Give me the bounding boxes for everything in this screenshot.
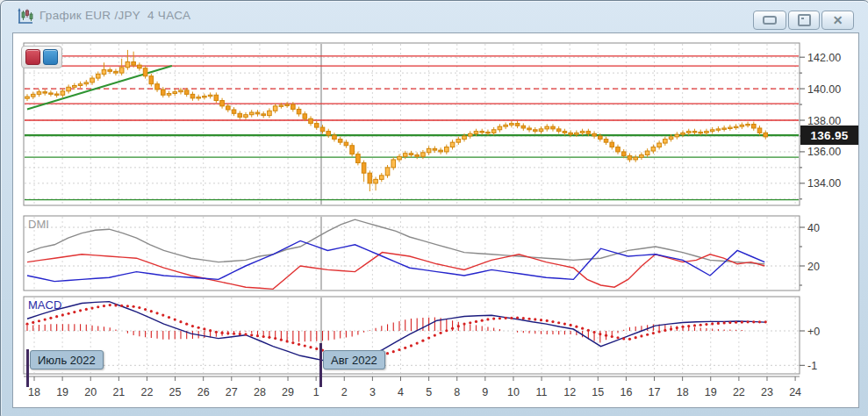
x-axis-label: 27 [226, 386, 238, 398]
x-axis-label: 29 [282, 386, 294, 398]
x-axis-label: 18 [677, 386, 689, 398]
svg-text:40: 40 [807, 222, 820, 234]
svg-text:136.00: 136.00 [807, 146, 841, 158]
month-badge-july: Июль 2022 [30, 350, 104, 369]
svg-text:20: 20 [807, 261, 820, 273]
current-price-badge: 136.95 [800, 126, 858, 145]
month-badge-july-label: Июль 2022 [38, 354, 96, 367]
chart-mini-toolbar [21, 46, 62, 68]
svg-text:134.00: 134.00 [807, 177, 841, 190]
x-axis-label: 19 [705, 386, 717, 398]
chart-window: График EUR /JPY 4 ЧАСА ✕ 142.00140.00138… [0, 0, 868, 416]
x-axis-label: 5 [426, 386, 432, 398]
x-axis-label: 12 [563, 386, 576, 398]
x-axis-label: 28 [254, 386, 266, 398]
x-axis-label: 15 [592, 386, 604, 398]
svg-text:-1: -1 [807, 360, 817, 372]
x-axis-label: 24 [789, 386, 801, 398]
price-axis: 142.00140.00138.00136.00134.004020+0-1 [800, 52, 841, 372]
x-axis-label: 11 [536, 386, 548, 398]
x-axis-label: 20 [84, 386, 97, 398]
blue-square-button[interactable] [43, 49, 58, 65]
time-axis: 1819202122252627282912345891011121516171… [24, 377, 801, 398]
month-divider-aug [319, 343, 322, 387]
x-axis-label: 17 [649, 386, 661, 398]
x-axis-label: 9 [482, 386, 488, 398]
x-axis-label: 19 [56, 386, 68, 398]
x-axis-label: 1 [313, 386, 319, 398]
svg-text:+0: +0 [807, 326, 820, 338]
x-axis-label: 4 [398, 386, 404, 398]
x-axis-label: 23 [761, 386, 773, 398]
svg-text:140.00: 140.00 [807, 83, 841, 96]
x-axis-label: 8 [454, 386, 460, 398]
x-axis-label: 3 [369, 386, 376, 398]
chart-canvas[interactable]: 142.00140.00138.00136.00134.004020+0-118… [1, 1, 868, 416]
month-badge-aug-label: Авг 2022 [331, 354, 377, 367]
dmi-pane-label: DMI [28, 218, 49, 231]
x-axis-label: 26 [197, 386, 210, 398]
x-axis-label: 25 [169, 386, 182, 398]
x-axis-label: 10 [507, 386, 520, 398]
red-square-button[interactable] [25, 49, 40, 65]
macd-pane-label: MACD [28, 298, 61, 312]
month-badge-aug: Авг 2022 [323, 350, 385, 369]
x-axis-label: 2 [341, 386, 348, 398]
x-axis-label: 22 [733, 386, 745, 398]
month-divider-july [26, 349, 29, 387]
x-axis-label: 18 [28, 386, 40, 398]
svg-text:142.00: 142.00 [807, 52, 841, 64]
x-axis-label: 16 [620, 386, 632, 398]
x-axis-label: 21 [112, 386, 125, 398]
x-axis-label: 22 [141, 386, 154, 398]
